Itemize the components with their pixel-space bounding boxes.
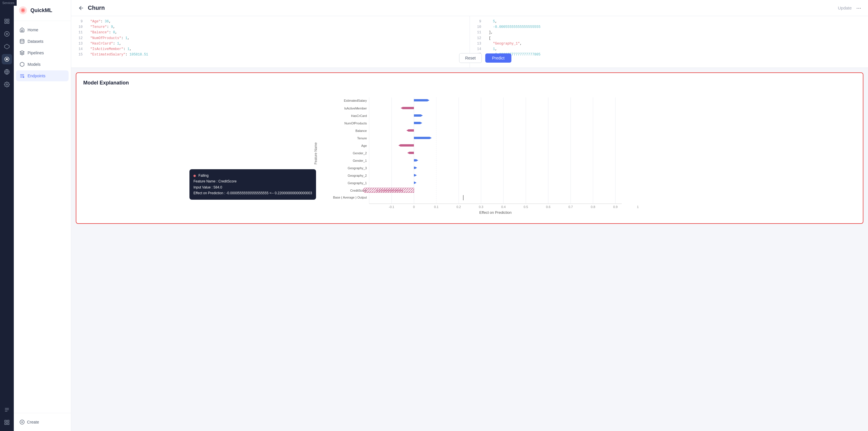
sidebar-item-models[interactable]: Models: [16, 59, 69, 70]
main-content: Churn Update ··· 9 "Age": 36, 10 "Tenure…: [71, 0, 868, 431]
logo-icon: [19, 6, 28, 15]
rail-icon-dashboard[interactable]: [2, 16, 12, 26]
home-icon: [20, 27, 25, 32]
code-line-12-left: 12 "NumOfProducts": 1,: [71, 36, 470, 41]
svg-marker-59: [414, 167, 417, 169]
svg-text:Geography_2: Geography_2: [348, 174, 367, 177]
action-buttons: Reset Predict: [459, 53, 512, 63]
explanation-chart: Feature Name: [83, 92, 856, 215]
svg-point-23: [23, 77, 24, 78]
create-button[interactable]: Create: [16, 416, 69, 428]
database-icon: [20, 39, 25, 44]
svg-text:Effect on Prediction: Effect on Prediction: [479, 210, 512, 214]
back-button[interactable]: [78, 5, 84, 11]
chart-wrapper: Feature Name: [83, 92, 856, 217]
svg-text:0.1: 0.1: [434, 205, 438, 209]
svg-text:NumOfProducts: NumOfProducts: [344, 121, 367, 125]
topbar-left: Churn: [78, 5, 105, 11]
sidebar-item-models-label: Models: [28, 62, 40, 67]
more-menu-button[interactable]: ···: [856, 5, 861, 11]
update-button[interactable]: Update: [838, 5, 851, 10]
code-line-12-right: 12 [: [470, 36, 868, 41]
svg-text:-0.22055555555555556: -0.22055555555555556: [375, 189, 403, 192]
svg-marker-43: [401, 107, 414, 109]
svg-text:Gender_2: Gender_2: [353, 151, 367, 155]
predict-button[interactable]: Predict: [485, 53, 512, 63]
services-label: Services: [0, 0, 17, 6]
sidebar-item-home-label: Home: [28, 28, 38, 32]
code-panel-right: 9 5, 10 -0.00055555555555555555 11 ], 12…: [470, 16, 868, 67]
svg-point-4: [6, 33, 8, 35]
sidebar-bottom: Create: [14, 413, 71, 431]
logo-text: QuickML: [30, 7, 52, 13]
rail-icon-data[interactable]: [2, 29, 12, 39]
svg-text:0.8: 0.8: [591, 205, 595, 209]
rail-icon-grid[interactable]: [2, 417, 12, 428]
svg-point-10: [6, 84, 8, 85]
code-line-13-left: 13 "HasCrCard": 1,: [71, 41, 470, 47]
svg-rect-1: [7, 19, 9, 21]
back-arrow-icon: [78, 5, 84, 11]
page-title: Churn: [88, 5, 105, 11]
svg-text:0.5: 0.5: [524, 205, 528, 209]
svg-rect-17: [5, 423, 7, 425]
sidebar-item-pipelines-label: Pipelines: [28, 51, 44, 55]
code-line-15-left: 15 "EstimatedSalary": 105818.51: [71, 52, 470, 57]
sidebar-item-datasets-label: Datasets: [28, 39, 43, 44]
icon-rail: Services: [0, 0, 14, 431]
svg-text:Tenure: Tenure: [357, 137, 367, 140]
svg-marker-51: [414, 137, 432, 139]
svg-point-21: [20, 39, 24, 41]
svg-text:Base ( Average ) Output: Base ( Average ) Output: [333, 196, 367, 199]
svg-marker-55: [407, 152, 414, 154]
sidebar-item-home[interactable]: Home: [16, 24, 69, 35]
endpoints-icon: [20, 73, 25, 79]
code-line-9-right: 9 5,: [470, 19, 868, 24]
svg-text:0.7: 0.7: [568, 205, 572, 209]
topbar-right: Update ···: [838, 5, 861, 11]
svg-rect-14: [5, 420, 7, 422]
rail-icon-tools[interactable]: [2, 405, 12, 415]
svg-text:Geography_3: Geography_3: [348, 166, 367, 170]
svg-text:-0.1: -0.1: [389, 205, 394, 209]
svg-rect-15: [7, 420, 9, 422]
svg-marker-22: [20, 51, 24, 53]
svg-text:Geography_1: Geography_1: [348, 181, 367, 185]
reset-button[interactable]: Reset: [459, 53, 482, 63]
svg-rect-3: [5, 22, 7, 24]
rail-icon-models[interactable]: [2, 41, 12, 52]
body-scroll: 9 "Age": 36, 10 "Tenure": 9, 11 "Balance…: [71, 16, 868, 431]
rail-icon-endpoints[interactable]: [2, 54, 12, 64]
rail-icon-settings[interactable]: [2, 79, 12, 90]
svg-text:0.2: 0.2: [456, 205, 461, 209]
section-title: Model Explanation: [83, 80, 856, 86]
svg-rect-16: [7, 423, 9, 425]
topbar: Churn Update ···: [71, 0, 868, 16]
svg-marker-41: [414, 99, 429, 102]
code-area: 9 "Age": 36, 10 "Tenure": 9, 11 "Balance…: [71, 16, 868, 68]
sidebar-item-pipelines[interactable]: Pipelines: [16, 48, 69, 58]
rail-icon-globe[interactable]: [2, 67, 12, 77]
code-line-10-right: 10 -0.00055555555555555555: [470, 24, 868, 30]
svg-marker-45: [414, 114, 423, 117]
svg-text:0.6: 0.6: [546, 205, 550, 209]
create-label: Create: [27, 420, 39, 424]
sidebar-nav: Home Datasets Pipelines Models Endpoints: [14, 21, 71, 413]
sidebar-item-datasets[interactable]: Datasets: [16, 36, 69, 47]
svg-text:HasCrCard: HasCrCard: [351, 114, 367, 117]
svg-text:0.3: 0.3: [479, 205, 483, 209]
logo: QuickML: [14, 0, 71, 21]
layers-icon: [20, 50, 25, 55]
svg-text:EstimatedSalary: EstimatedSalary: [344, 99, 367, 102]
svg-rect-0: [5, 19, 7, 21]
code-line-14-left: 14 "IsActiveMember": 1,: [71, 47, 470, 52]
svg-point-7: [6, 59, 8, 60]
code-line-10-left: 10 "Tenure": 9,: [71, 24, 470, 30]
svg-marker-49: [406, 129, 414, 132]
svg-rect-2: [7, 22, 9, 24]
svg-marker-61: [414, 174, 417, 176]
sidebar-item-endpoints[interactable]: Endpoints: [16, 70, 69, 81]
code-line-11-right: 11 ],: [470, 30, 868, 35]
code-line-9-left: 9 "Age": 36,: [71, 19, 470, 24]
svg-text:0.4: 0.4: [501, 205, 505, 209]
